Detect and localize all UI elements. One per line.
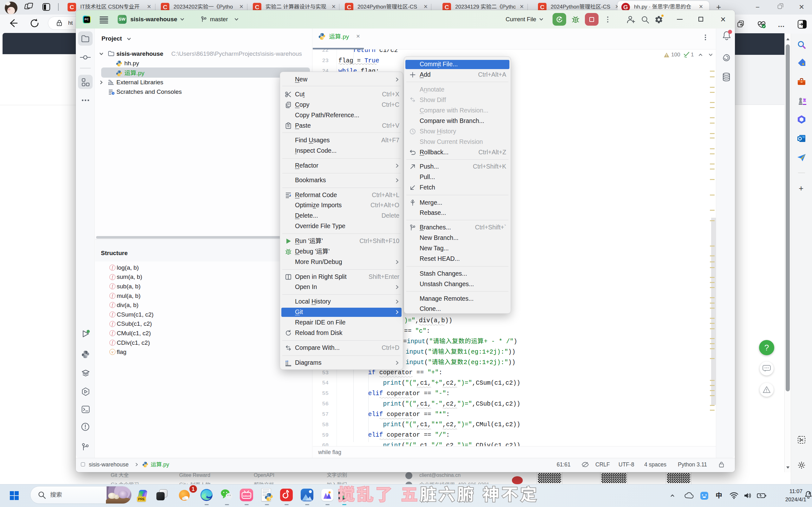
svg-text:bilibili: bilibili <box>243 495 250 498</box>
